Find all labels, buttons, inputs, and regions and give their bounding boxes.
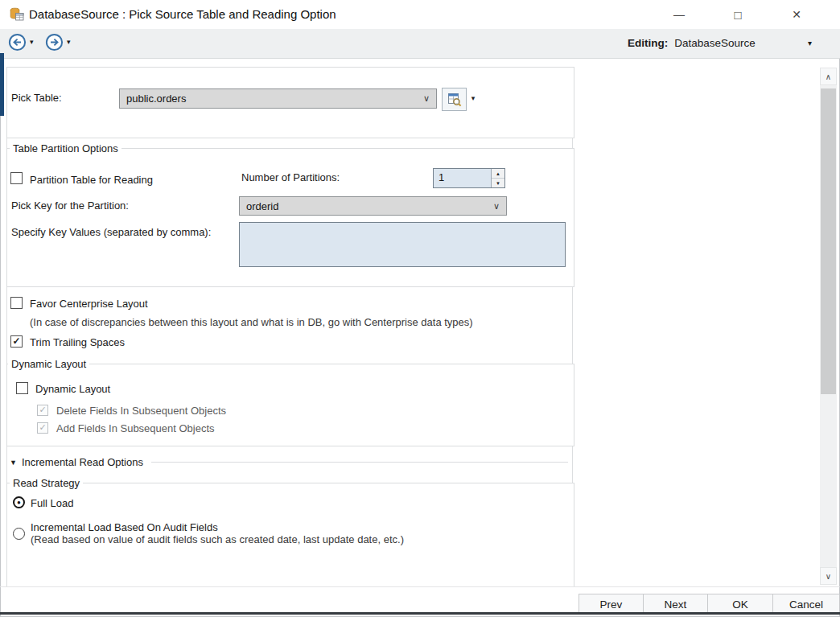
favor-centerprise-label[interactable]: Favor Centerprise Layout xyxy=(30,298,148,310)
incremental-load-label[interactable]: Incremental Load Based On Audit Fields xyxy=(31,521,218,533)
chevron-down-icon: ∨ xyxy=(493,201,500,212)
collapse-arrow-icon: ▼ xyxy=(10,459,17,467)
dynamic-layout-group-title: Dynamic Layout xyxy=(8,358,89,370)
trim-trailing-spaces-checkbox[interactable]: ✓ xyxy=(10,335,23,348)
incremental-load-radio[interactable] xyxy=(13,528,25,540)
arrow-up-icon: ▲ xyxy=(496,171,500,176)
partition-table-checkbox-label[interactable]: Partition Table for Reading xyxy=(30,174,153,186)
scroll-up-icon: ∧ xyxy=(826,72,831,81)
read-strategy-group-title: Read Strategy xyxy=(10,477,83,489)
partition-table-checkbox[interactable] xyxy=(10,172,23,184)
cancel-button-label: Cancel xyxy=(789,598,823,611)
delete-fields-checkbox: ✓ xyxy=(37,405,48,416)
next-button-label: Next xyxy=(665,598,687,611)
pick-key-label: Pick Key for the Partition: xyxy=(11,199,129,212)
navigation-toolbar: ▾ ▾ Editing:DatabaseSource ▾ xyxy=(0,29,840,59)
stepper-buttons: ▲ ▼ xyxy=(491,169,504,187)
dynamic-layout-checkbox-label[interactable]: Dynamic Layout xyxy=(35,383,110,395)
left-accent-strip xyxy=(0,53,4,116)
maximize-icon: □ xyxy=(734,8,741,22)
scroll-down-button[interactable]: ∨ xyxy=(820,567,837,585)
key-values-textarea[interactable] xyxy=(239,222,566,267)
stepper-up-button[interactable]: ▲ xyxy=(492,169,504,179)
checkmark: ✓ xyxy=(39,405,46,414)
back-icon xyxy=(8,33,27,51)
editing-selector[interactable]: Editing:DatabaseSource xyxy=(628,37,756,49)
dialog-window: DatabaseSource : Pick Source Table and R… xyxy=(0,0,840,617)
back-button[interactable]: ▾ xyxy=(8,33,34,51)
arrow-down-icon: ▼ xyxy=(496,181,500,186)
caret-down-icon: ▾ xyxy=(471,95,476,102)
incremental-read-options-title: Incremental Read Options xyxy=(22,456,143,468)
add-fields-label: Add Fields In Subsequent Objects xyxy=(56,422,215,434)
delete-fields-label: Delete Fields In Subsequent Objects xyxy=(56,405,226,417)
incremental-load-note: (Read based on value of audit fields suc… xyxy=(31,533,404,545)
full-load-label[interactable]: Full Load xyxy=(31,497,73,509)
title-bar: DatabaseSource : Pick Source Table and R… xyxy=(0,0,840,29)
window-title: DatabaseSource : Pick Source Table and R… xyxy=(29,7,336,21)
table-partition-options-title: Table Partition Options xyxy=(10,142,121,154)
forward-dropdown-caret[interactable]: ▾ xyxy=(67,39,71,46)
table-search-icon xyxy=(447,93,462,107)
forward-button[interactable]: ▾ xyxy=(45,33,71,51)
dynamic-layout-checkbox[interactable] xyxy=(16,382,28,394)
key-values-label: Specify Key Values (separated by comma): xyxy=(11,226,211,238)
prev-button-label: Prev xyxy=(600,598,623,611)
editing-value: DatabaseSource xyxy=(674,37,756,49)
editing-label: Editing: xyxy=(628,37,668,49)
stepper-down-button[interactable]: ▼ xyxy=(492,179,504,187)
forward-icon xyxy=(45,33,64,51)
number-of-partitions-value: 1 xyxy=(434,169,491,187)
incremental-read-options-header[interactable]: ▼ Incremental Read Options xyxy=(10,456,568,468)
browse-tables-button[interactable] xyxy=(442,88,467,111)
pick-table-value: public.orders xyxy=(126,93,186,105)
favor-centerprise-checkbox[interactable] xyxy=(10,297,23,309)
footer-divider xyxy=(0,586,840,587)
full-load-radio[interactable]: ● xyxy=(13,496,25,508)
partition-key-value: orderid xyxy=(246,200,278,212)
close-icon: ✕ xyxy=(792,8,801,21)
browse-dropdown-caret[interactable]: ▾ xyxy=(467,88,480,109)
scroll-down-icon: ∨ xyxy=(826,572,831,581)
chevron-down-icon: ∨ xyxy=(423,93,430,104)
partition-key-combobox[interactable]: orderid ∨ xyxy=(239,196,507,216)
section-rule xyxy=(151,462,568,463)
editing-dropdown-caret[interactable]: ▾ xyxy=(808,39,812,47)
number-of-partitions-stepper[interactable]: 1 ▲ ▼ xyxy=(433,168,505,188)
maximize-button[interactable]: □ xyxy=(719,0,757,29)
scroll-up-button[interactable]: ∧ xyxy=(820,68,837,85)
checkmark: ✓ xyxy=(39,423,46,432)
pick-table-label: Pick Table: xyxy=(11,92,62,104)
minimize-button[interactable]: — xyxy=(660,0,698,29)
number-of-partitions-label: Number of Partitions: xyxy=(241,171,340,183)
window-bottom-edge xyxy=(0,612,840,615)
minimize-icon: — xyxy=(673,8,685,21)
checkmark: ✓ xyxy=(12,336,20,346)
ok-button-label: OK xyxy=(732,598,748,611)
scrollbar-thumb[interactable] xyxy=(821,88,836,394)
close-button[interactable]: ✕ xyxy=(777,0,816,29)
database-table-icon xyxy=(10,7,24,22)
trim-trailing-spaces-label[interactable]: Trim Trailing Spaces xyxy=(30,336,125,348)
vertical-scrollbar[interactable]: ∧ ∨ xyxy=(820,68,837,585)
favor-centerprise-note: (In case of discrepancies between this l… xyxy=(30,316,473,328)
add-fields-checkbox: ✓ xyxy=(37,422,48,434)
radio-dot: ● xyxy=(17,500,21,506)
back-dropdown-caret[interactable]: ▾ xyxy=(30,39,34,46)
pick-table-combobox[interactable]: public.orders ∨ xyxy=(119,88,437,109)
